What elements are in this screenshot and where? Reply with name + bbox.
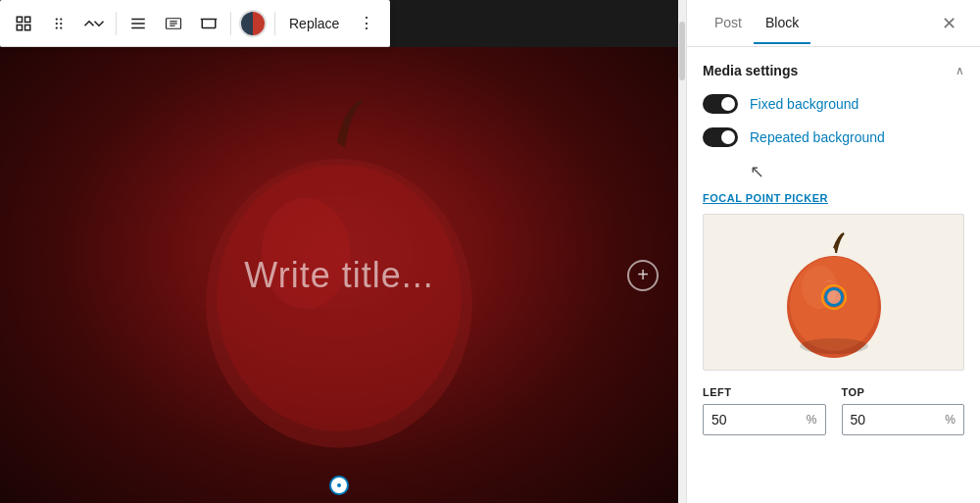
cover-title-placeholder[interactable]: Write title... <box>244 255 433 296</box>
top-coord-unit: % <box>945 413 956 427</box>
tab-block[interactable]: Block <box>754 3 810 44</box>
scrollbar-thumb[interactable] <box>679 22 685 80</box>
svg-point-8 <box>56 26 58 28</box>
focal-point-dot[interactable] <box>824 287 844 307</box>
panel-content: Media settings ∧ Fixed background Repeat… <box>687 47 980 503</box>
left-coord-input-wrap: % <box>703 404 826 435</box>
svg-point-21 <box>217 164 461 430</box>
svg-rect-3 <box>25 25 30 29</box>
media-settings-header: Media settings ∧ <box>703 63 964 78</box>
editor-scrollbar[interactable] <box>678 0 686 503</box>
svg-point-5 <box>60 18 62 20</box>
left-coord-label: LEFT <box>703 386 826 398</box>
focal-image-container[interactable] <box>703 214 964 371</box>
focal-point-picker-text: PICKER <box>781 192 828 204</box>
align-button[interactable] <box>122 8 154 39</box>
focal-point-label: FOCAL POINT PICKER <box>703 192 964 204</box>
top-coord-input[interactable] <box>851 412 946 428</box>
svg-rect-0 <box>17 17 22 22</box>
toolbar-divider-2 <box>230 12 231 35</box>
toolbar-divider-3 <box>274 12 275 35</box>
resize-handle[interactable] <box>329 476 349 495</box>
editor-area: Replace ⋮ Write title... + <box>0 0 678 503</box>
fixed-background-toggle[interactable] <box>703 94 738 114</box>
repeated-background-toggle[interactable] <box>703 127 738 147</box>
svg-point-9 <box>60 26 62 28</box>
block-mover-button[interactable] <box>8 8 39 39</box>
cursor-indicator: ↖ <box>750 161 964 182</box>
right-panel: Post Block ✕ Media settings ∧ Fixed back… <box>686 0 980 503</box>
top-coord-label: TOP <box>842 386 965 398</box>
svg-point-4 <box>56 18 58 20</box>
toolbar-divider-1 <box>116 12 117 35</box>
svg-point-28 <box>800 338 868 354</box>
repeated-background-row: Repeated background <box>703 127 964 147</box>
panel-close-button[interactable]: ✕ <box>933 8 964 39</box>
coordinates-row: LEFT % TOP % <box>703 386 964 435</box>
svg-rect-2 <box>17 25 22 29</box>
svg-rect-1 <box>25 17 30 22</box>
focal-point-link[interactable]: POINT <box>746 192 781 204</box>
cover-block: Write title... + <box>0 47 678 503</box>
fixed-background-row: Fixed background <box>703 94 964 114</box>
svg-point-6 <box>56 22 58 24</box>
fullwidth-button[interactable] <box>193 8 224 39</box>
wide-align-button[interactable] <box>158 8 189 39</box>
focal-point-label-text: FOCAL <box>703 192 746 204</box>
block-toolbar: Replace ⋮ <box>0 0 390 47</box>
color-icon <box>239 10 267 37</box>
replace-button[interactable]: Replace <box>281 12 347 35</box>
top-coord-input-wrap: % <box>842 404 965 435</box>
svg-rect-17 <box>202 19 216 27</box>
svg-point-7 <box>60 22 62 24</box>
collapse-chevron-icon[interactable]: ∧ <box>956 64 964 77</box>
left-coord-unit: % <box>807 413 817 427</box>
panel-tabs: Post Block ✕ <box>687 0 980 47</box>
add-block-button[interactable]: + <box>627 260 659 291</box>
fixed-background-label: Fixed background <box>750 96 858 112</box>
left-coord-input[interactable] <box>711 412 807 428</box>
more-options-button[interactable]: ⋮ <box>351 8 382 39</box>
repeated-background-label: Repeated background <box>750 129 885 145</box>
drag-handle-button[interactable] <box>43 8 74 39</box>
svg-point-23 <box>337 483 341 487</box>
color-picker-button[interactable] <box>237 8 269 39</box>
tab-post[interactable]: Post <box>703 3 754 44</box>
move-up-down-button[interactable] <box>78 8 110 39</box>
left-coord-group: LEFT % <box>703 386 826 435</box>
media-settings-title: Media settings <box>703 63 798 78</box>
top-coord-group: TOP % <box>842 386 965 435</box>
